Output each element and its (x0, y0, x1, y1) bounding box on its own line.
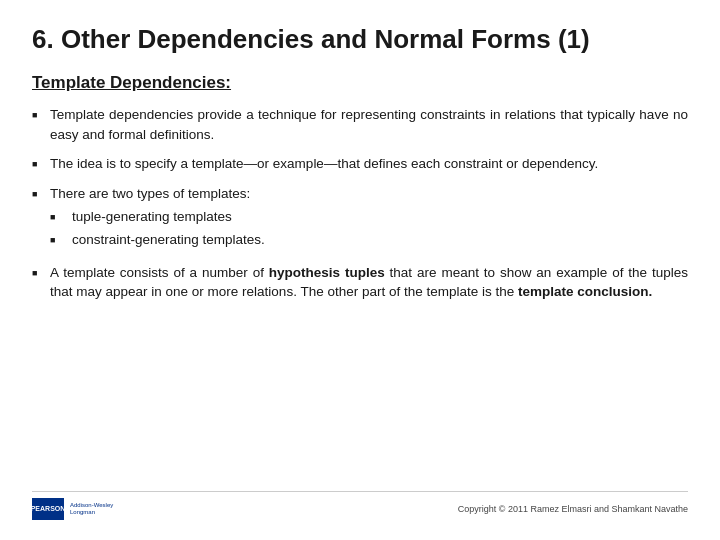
bullet-marker: ■ (32, 267, 50, 280)
bullet-marker: ■ (32, 158, 50, 171)
bullet-text: Template dependencies provide a techniqu… (50, 105, 688, 144)
sub-text: constraint-generating templates. (72, 230, 265, 250)
slide-title: 6. Other Dependencies and Normal Forms (… (32, 24, 688, 55)
logo-text: PEARSON (31, 505, 66, 513)
logo-sub-line2: Longman (70, 509, 113, 516)
slide: 6. Other Dependencies and Normal Forms (… (0, 0, 720, 540)
list-item: ■ There are two types of templates: ■ tu… (32, 184, 688, 253)
sub-list: ■ tuple-generating templates ■ constrain… (50, 207, 688, 249)
logo-label: Addison-Wesley Longman (70, 502, 113, 516)
bold-text: template conclusion. (518, 284, 652, 299)
sub-marker: ■ (50, 234, 72, 247)
list-item: ■ The idea is to specify a template—or e… (32, 154, 688, 174)
bullet-marker: ■ (32, 109, 50, 122)
sub-item: ■ tuple-generating templates (50, 207, 688, 227)
list-item: ■ Template dependencies provide a techni… (32, 105, 688, 144)
bold-text: hypothesis tuples (269, 265, 385, 280)
bullet-text: The idea is to specify a template—or exa… (50, 154, 688, 174)
pearson-logo: PEARSON (32, 498, 64, 520)
copyright-text: Copyright © 2011 Ramez Elmasri and Shamk… (458, 504, 688, 514)
sub-item: ■ constraint-generating templates. (50, 230, 688, 250)
sub-text: tuple-generating templates (72, 207, 232, 227)
section-title: Template Dependencies: (32, 73, 688, 93)
list-item: ■ A template consists of a number of hyp… (32, 263, 688, 302)
bullet-list: ■ Template dependencies provide a techni… (32, 105, 688, 483)
bullet-marker: ■ (32, 188, 50, 201)
word-easy: easy (50, 127, 79, 142)
sub-marker: ■ (50, 211, 72, 224)
footer: PEARSON Addison-Wesley Longman Copyright… (32, 491, 688, 520)
bullet-text: There are two types of templates: ■ tupl… (50, 184, 688, 253)
bullet-text: A template consists of a number of hypot… (50, 263, 688, 302)
logo-sub-line1: Addison-Wesley (70, 502, 113, 509)
footer-logo: PEARSON Addison-Wesley Longman (32, 498, 113, 520)
